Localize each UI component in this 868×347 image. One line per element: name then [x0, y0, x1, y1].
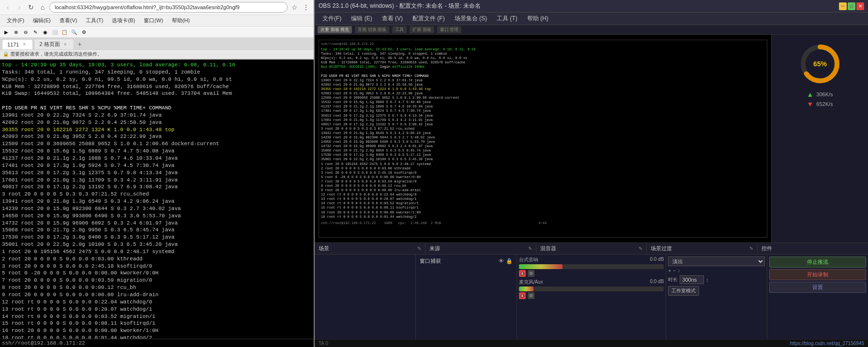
mic-audio-mute-button[interactable]: 🔇	[519, 292, 526, 299]
tab-2-close[interactable]: ×	[62, 41, 69, 48]
obs-sub-tab-4[interactable]: 扩展 面板	[410, 26, 434, 33]
obs-panel-header-controls[interactable]: 控件	[758, 243, 868, 254]
transition-panel-icon[interactable]: ✎	[749, 246, 753, 251]
stream-button[interactable]: 停止推流	[769, 256, 866, 268]
browser-menu-view[interactable]: 查看(V)	[56, 16, 81, 25]
obs-close-button[interactable]: ✕	[856, 2, 864, 10]
desktop-audio-gear-button[interactable]: ⚙	[528, 270, 534, 277]
source-item-window-capture[interactable]: 窗口捕获 👁 🔒	[418, 256, 515, 266]
toolbar-icon-5[interactable]: ◉	[41, 28, 49, 36]
obs-menu-tools[interactable]: 工具 (T)	[493, 14, 521, 24]
mic-audio-fill	[519, 287, 533, 291]
menu-button[interactable]: ⋮	[301, 2, 311, 12]
transition-studio-mode-button[interactable]: 工作室模式	[668, 286, 699, 296]
toolbar-icon-6[interactable]: ⬜	[50, 28, 59, 36]
mic-audio-label: 麦克风/Aux	[519, 279, 543, 286]
upload-speed: 306K/s	[816, 91, 833, 97]
mixer-channel-mic: 麦克风/Aux 0.0 dB 🔇 ⚙	[519, 279, 664, 299]
transition-duration-row: + − ↕	[668, 268, 765, 273]
browser-toolbar: ▶ ⊕ ⊖ ✎ ◉ ⬜ 📋 🔍 ⚙	[0, 27, 314, 38]
obs-sub-tab-1[interactable]: 次要 面板 视觉	[318, 26, 352, 33]
obs-menu-view[interactable]: 查看 (V)	[378, 14, 407, 24]
terminal-row-6: 15532 root 20 0 15.6g 1.5g 6889 S 0.7 4.…	[2, 148, 312, 155]
obs-panel: OBS 23.1.0 (64-bit, windows) - 配置文件: 未命名…	[315, 0, 868, 347]
record-button[interactable]: 开始录制	[769, 269, 866, 280]
bookmark-button[interactable]: ☆	[289, 2, 299, 12]
transition-duration-arrow[interactable]: ↕	[706, 277, 709, 283]
mixer-panel-icon[interactable]: ✎	[639, 246, 642, 251]
terminal-area[interactable]: top - 14:29:39 up 35 days, 19:03, 3 user…	[0, 60, 314, 339]
obs-menu-help[interactable]: 帮助 (H)	[523, 14, 552, 24]
source-eye-icon[interactable]: 👁	[499, 258, 504, 264]
terminal-row-16: 14732 root 20 0 15.9g 96900 6092 S 0.3 2…	[2, 220, 312, 227]
browser-menu-file[interactable]: 文件(F)	[3, 16, 28, 25]
transition-plus-button[interactable]: +	[668, 268, 671, 273]
tab-add-button[interactable]: +	[75, 39, 85, 49]
browser-menu-tools[interactable]: 工具(T)	[82, 16, 107, 25]
settings-button[interactable]: 设置	[769, 282, 866, 293]
terminal-row-28: 13 root rt 0 0 0 0 S 0.0 0.0 0:20.07 wat…	[2, 306, 312, 313]
sources-panel-icon[interactable]: ✎	[528, 246, 532, 251]
toolbar-icon-3[interactable]: ⊖	[21, 28, 30, 36]
obs-main: ssh//root@192.168.0.171.22 top - 14:29:4…	[315, 35, 868, 242]
obs-sub-tab-2[interactable]: 音视 切换 面板	[355, 26, 389, 33]
transition-duration-input[interactable]	[680, 275, 704, 284]
terminal-status-bar: ssh//root@192.168.0.171:22	[0, 339, 314, 347]
terminal-row-8: 17481 root 20 0 17.3g 1.9g 5924 S 0.7 4.…	[2, 162, 312, 169]
cpu-donut-chart: 65%	[798, 42, 842, 86]
obs-panel-header-transition[interactable]: 场景过渡 ✎	[647, 243, 758, 254]
tab-1-label: 1171	[7, 42, 19, 47]
obs-menu-scenes[interactable]: 场景集合 (S)	[451, 14, 491, 24]
browser-tab-1[interactable]: 1171 ×	[2, 39, 33, 49]
browser-panel: ‹ › ↻ ⌂ ☆ ⋮ 文件(F) 编辑(E) 查看(V) 工具(T) 选项卡(…	[0, 0, 315, 347]
terminal-row-25: 8 root 20 0 0 0 0 S 0.0 0.0 0:00.12 rcu_…	[2, 284, 312, 291]
obs-menu-edit[interactable]: 编辑 (E)	[347, 14, 376, 24]
obs-panel-content: 窗口捕获 👁 🔒 台式音响 0.0 dB	[315, 255, 868, 339]
reload-button[interactable]: ↻	[26, 2, 36, 12]
browser-menu-window[interactable]: 窗口(W)	[140, 16, 167, 25]
obs-screen-content: ssh//root@192.168.0.171.22 top - 14:29:4…	[319, 40, 767, 238]
obs-sub-tab-3[interactable]: 工具	[392, 26, 407, 33]
toolbar-icon-7[interactable]: 📋	[60, 28, 69, 36]
obs-panel-header-sources[interactable]: 来源 ✎	[426, 243, 536, 254]
obs-preview-inner: ssh//root@192.168.0.171.22 top - 14:29:4…	[315, 35, 771, 242]
browser-tab-2[interactable]: 2 格页面 ×	[34, 39, 74, 49]
obs-menu-file[interactable]: 文件(F)	[319, 14, 345, 24]
obs-maximize-button[interactable]: □	[848, 2, 855, 10]
tab-1-close[interactable]: ×	[21, 41, 28, 48]
browser-menu-edit[interactable]: 编辑(E)	[29, 16, 55, 25]
terminal-row-10: 17601 root 20 0 21.0g 1.3g 11709 S 0.3 4…	[2, 177, 312, 184]
transition-arrow-button[interactable]: ↕	[678, 268, 680, 273]
tab-bar: 1171 × 2 格页面 × +	[0, 38, 314, 50]
cpu-percent-label: 65%	[813, 60, 827, 68]
terminal-line-5: KiB Swap: 16449532 total, 109964384 free…	[2, 90, 312, 97]
toolbar-icon-4[interactable]: ✎	[31, 28, 40, 36]
sources-panel: 窗口捕获 👁 🔒	[416, 255, 517, 339]
transition-minus-button[interactable]: −	[673, 268, 676, 273]
obs-menu-profile[interactable]: 配置文件 (F)	[409, 14, 449, 24]
toolbar-icon-2[interactable]: ⊕	[12, 28, 20, 36]
obs-minimize-button[interactable]: ─	[839, 2, 847, 10]
ssh-status-bar: 🔒 需要授权请求，请先完成或取消这些操作。	[0, 50, 314, 59]
toolbar-icon-8[interactable]: 🔍	[70, 28, 78, 36]
address-bar[interactable]	[49, 2, 288, 13]
desktop-audio-mute-button[interactable]: 🔇	[519, 270, 526, 277]
source-lock-icon[interactable]: 🔒	[506, 258, 513, 264]
scenes-panel-icon[interactable]: ✎	[417, 246, 421, 251]
obs-panel-header-mixer[interactable]: 混音器 ✎	[536, 243, 647, 254]
obs-panel-header-scenes[interactable]: 场景 ✎	[315, 243, 426, 254]
sources-panel-label: 来源	[429, 245, 440, 252]
obs-sub-tab-5[interactable]: 窗口 管理	[437, 26, 462, 33]
mic-audio-gear-button[interactable]: ⚙	[528, 292, 534, 299]
browser-menu-tabs[interactable]: 选项卡(B)	[108, 16, 139, 25]
toolbar-icon-1[interactable]: ▶	[2, 28, 11, 36]
browser-nav-bar: ‹ › ↻ ⌂ ☆ ⋮	[0, 0, 314, 15]
obs-preview-area[interactable]: ssh//root@192.168.0.171.22 top - 14:29:4…	[315, 35, 771, 242]
toolbar-icon-9[interactable]: ⚙	[79, 28, 88, 36]
browser-menu-help[interactable]: 帮助(H)	[168, 16, 194, 25]
transition-type-select[interactable]: 淡出	[668, 256, 765, 266]
back-button[interactable]: ‹	[3, 2, 13, 12]
obs-speed-stats: ▲ 306K/s ▼ 652K/s	[807, 90, 833, 109]
home-button[interactable]: ⌂	[38, 2, 47, 12]
forward-button[interactable]: ›	[15, 2, 24, 12]
